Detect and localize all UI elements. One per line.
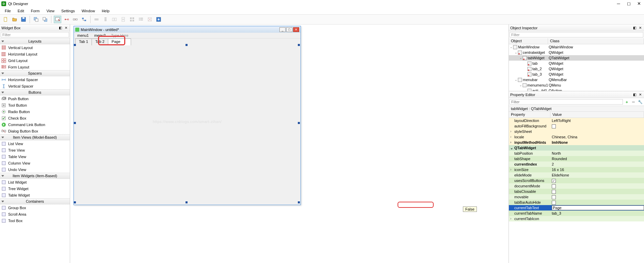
menu-edit[interactable]: Edit: [15, 8, 27, 14]
panel-close-icon[interactable]: ✕: [638, 93, 643, 96]
prop-row-currentTabIcon[interactable]: currentTabIcon: [509, 216, 644, 221]
wb-item-vertical-layout[interactable]: Vertical Layout: [0, 44, 70, 51]
layout-v-split-icon[interactable]: [119, 16, 127, 23]
wb-item-tree-widget[interactable]: Tree Widget: [0, 185, 70, 192]
prop-header-value[interactable]: Value: [550, 112, 644, 118]
layout-grid-icon[interactable]: [128, 16, 136, 23]
tree-header-class[interactable]: Class: [548, 38, 644, 44]
prop-row-currentIndex[interactable]: currentIndex2: [509, 161, 644, 167]
wb-item-tree-view[interactable]: Tree View: [0, 147, 70, 153]
panel-popout-icon[interactable]: ◧: [632, 26, 637, 30]
wb-item-undo-view[interactable]: Undo View: [0, 166, 70, 173]
tree-row[interactable]: tab_2QWidget: [509, 66, 644, 72]
prop-row-autoFillBackground[interactable]: autoFillBackground: [509, 123, 644, 129]
form-minimize-button[interactable]: _: [279, 27, 286, 32]
prop-row-locale[interactable]: localeChinese, China: [509, 134, 644, 140]
window-maximize-button[interactable]: ◻: [624, 0, 634, 7]
property-table[interactable]: layoutDirectionLeftToRightautoFillBackgr…: [509, 118, 644, 263]
menu-settings[interactable]: Settings: [59, 8, 78, 14]
widget-box-filter[interactable]: Filter: [1, 32, 69, 37]
wb-item-dialog-button-box[interactable]: Dialog Button Box: [0, 128, 70, 134]
prop-row-inputMethodHints[interactable]: inputMethodHintsImhNone: [509, 140, 644, 145]
form-menu-item[interactable]: menu2: [92, 33, 108, 37]
layout-h-icon[interactable]: [93, 16, 100, 23]
prop-header-property[interactable]: Property: [509, 112, 550, 118]
prop-row-usesScrollButtons[interactable]: usesScrollButtons✓: [509, 178, 644, 183]
prop-row-tabPosition[interactable]: tabPositionNorth: [509, 151, 644, 156]
panel-close-icon[interactable]: ✕: [638, 26, 643, 30]
form-titlebar[interactable]: MainWindow - untitled* _ □ ✕: [74, 26, 301, 33]
wb-item-command-link-button[interactable]: Command Link Button: [0, 121, 70, 128]
save-file-icon[interactable]: [20, 16, 27, 23]
panel-popout-icon[interactable]: ◧: [632, 93, 637, 96]
wb-item-radio-button[interactable]: Radio Button: [0, 108, 70, 115]
prop-value-input[interactable]: [552, 205, 644, 210]
property-settings-icon[interactable]: 🔧: [637, 99, 643, 105]
tree-row[interactable]: acti...ild1QAction: [509, 88, 644, 91]
tab-widget[interactable]: Tab 1Tab 2Page: [75, 38, 299, 191]
wb-item-grid-layout[interactable]: Grid Layout: [0, 57, 70, 64]
send-to-back-icon[interactable]: [32, 16, 40, 23]
object-inspector-filter[interactable]: Filter: [510, 32, 643, 37]
layout-v-icon[interactable]: [102, 16, 109, 23]
menu-view[interactable]: View: [44, 8, 57, 14]
adjust-size-icon[interactable]: [155, 16, 162, 23]
wb-item-horizontal-layout[interactable]: Horizontal Layout: [0, 51, 70, 57]
form-menu-item[interactable]: menu1: [75, 33, 91, 37]
wb-item-column-view[interactable]: Column View: [0, 160, 70, 166]
prop-row-layoutDirection[interactable]: layoutDirectionLeftToRight: [509, 118, 644, 123]
wb-item-vertical-spacer[interactable]: Vertical Spacer: [0, 83, 70, 89]
prop-row-tabsClosable[interactable]: tabsClosable: [509, 189, 644, 194]
wb-section-buttons[interactable]: Buttons: [0, 89, 70, 95]
prop-row-currentTabText[interactable]: currentTabText: [509, 205, 644, 211]
panel-popout-icon[interactable]: ◧: [58, 26, 63, 30]
wb-item-list-view[interactable]: List View: [0, 140, 70, 147]
edit-tab-order-icon[interactable]: [80, 16, 88, 23]
break-layout-icon[interactable]: [146, 16, 154, 23]
wb-section-spacers[interactable]: Spacers: [0, 70, 70, 76]
selection-handle[interactable]: [186, 44, 188, 46]
tree-row[interactable]: tab_3QWidget: [509, 72, 644, 77]
form-tab[interactable]: Tab 2: [92, 38, 108, 45]
checkbox[interactable]: [552, 124, 556, 128]
new-file-icon[interactable]: [2, 16, 10, 23]
form-close-button[interactable]: ✕: [293, 27, 299, 32]
add-property-icon[interactable]: ＋: [624, 99, 630, 105]
wb-item-table-view[interactable]: Table View: [0, 153, 70, 160]
form-maximize-button[interactable]: □: [286, 27, 292, 32]
wb-item-list-widget[interactable]: List Widget: [0, 179, 70, 185]
selection-handle[interactable]: [186, 201, 188, 203]
tree-row[interactable]: ⌄centralwidgetQWidget: [509, 50, 644, 55]
tree-row[interactable]: ⌄MainWindowQMainWindow: [509, 44, 644, 50]
property-menu-icon[interactable]: ─: [630, 99, 637, 105]
menu-file[interactable]: File: [2, 8, 14, 14]
prop-row-documentMode[interactable]: documentMode: [509, 183, 644, 189]
prop-row-iconSize[interactable]: iconSize16 x 16: [509, 167, 644, 172]
menu-help[interactable]: Help: [99, 8, 112, 14]
edit-buddies-icon[interactable]: [71, 16, 79, 23]
open-file-icon[interactable]: [11, 16, 18, 23]
layout-h-split-icon[interactable]: [111, 16, 118, 23]
tree-row[interactable]: ⌄menubarQMenuBar: [509, 77, 644, 82]
tree-row[interactable]: ⌄menumenu1QMenu: [509, 82, 644, 88]
wb-item-table-widget[interactable]: Table Widget: [0, 192, 70, 198]
window-minimize-button[interactable]: ─: [613, 0, 624, 7]
prop-row-elideMode[interactable]: elideModeElideNone: [509, 172, 644, 178]
menu-form[interactable]: Form: [28, 8, 43, 14]
checkbox[interactable]: ✓: [552, 179, 556, 183]
prop-row-currentTabName[interactable]: currentTabNametab_3: [509, 211, 644, 216]
property-filter-input[interactable]: [510, 99, 623, 105]
tree-row[interactable]: ⌄tabWidgetQTabWidget: [509, 55, 644, 61]
menu-window[interactable]: Window: [79, 8, 98, 14]
app-menubar[interactable]: FileEditFormViewSettingsWindowHelp: [0, 7, 644, 14]
widget-box-list[interactable]: LayoutsVertical LayoutHorizontal LayoutG…: [0, 38, 70, 224]
prop-row-tabShape[interactable]: tabShapeRounded: [509, 156, 644, 161]
type-here-placeholder[interactable]: Type Here: [109, 33, 130, 37]
edit-signals-icon[interactable]: [63, 16, 70, 23]
selection-handle[interactable]: [298, 122, 300, 124]
form-window[interactable]: MainWindow - untitled* _ □ ✕ menu1menu2T…: [74, 26, 301, 205]
tree-row[interactable]: tabQWidget: [509, 61, 644, 66]
wb-item-push-button[interactable]: OKPush Button: [0, 95, 70, 102]
panel-close-icon[interactable]: ✕: [64, 26, 68, 30]
checkbox[interactable]: [552, 195, 556, 199]
